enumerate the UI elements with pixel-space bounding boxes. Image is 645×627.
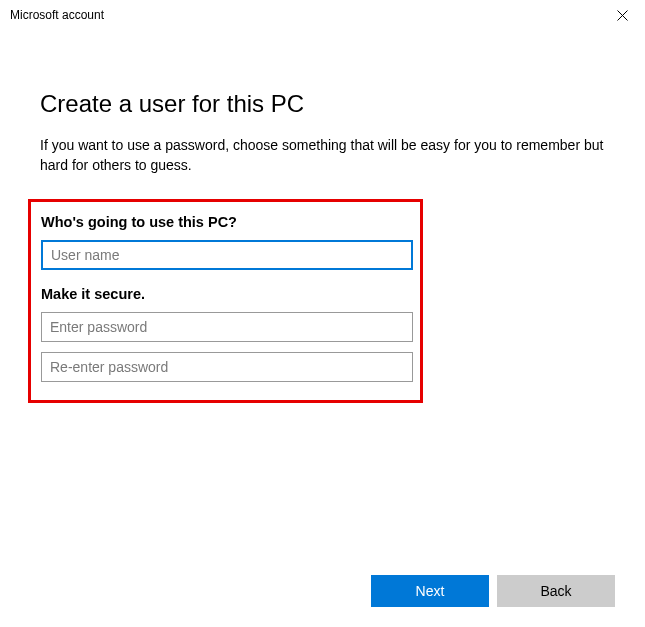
button-bar: Next Back — [371, 575, 615, 607]
window-title: Microsoft account — [10, 8, 104, 22]
password-section-label: Make it secure. — [41, 286, 410, 302]
password-confirm-input[interactable] — [41, 352, 413, 382]
back-button[interactable]: Back — [497, 575, 615, 607]
content-area: Create a user for this PC If you want to… — [0, 30, 645, 403]
close-icon — [617, 10, 628, 21]
username-input[interactable] — [41, 240, 413, 270]
username-section-label: Who's going to use this PC? — [41, 214, 410, 230]
page-title: Create a user for this PC — [40, 90, 605, 118]
form-highlight-box: Who's going to use this PC? Make it secu… — [28, 199, 423, 403]
next-button[interactable]: Next — [371, 575, 489, 607]
password-input[interactable] — [41, 312, 413, 342]
page-description: If you want to use a password, choose so… — [40, 136, 605, 175]
titlebar: Microsoft account — [0, 0, 645, 30]
close-button[interactable] — [600, 0, 645, 30]
